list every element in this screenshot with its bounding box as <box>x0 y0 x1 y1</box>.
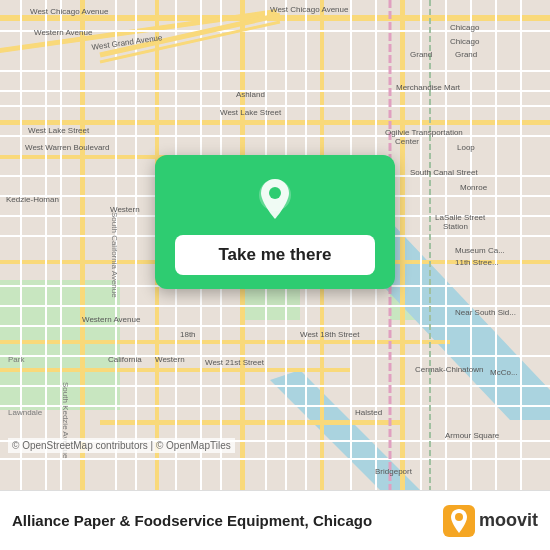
svg-rect-49 <box>420 0 422 490</box>
location-pin-icon <box>249 173 301 225</box>
svg-rect-30 <box>0 325 550 327</box>
svg-rect-52 <box>495 0 497 490</box>
svg-text:Center: Center <box>395 137 419 146</box>
svg-rect-29 <box>0 305 550 307</box>
svg-rect-37 <box>45 0 47 490</box>
svg-text:Museum Ca...: Museum Ca... <box>455 246 505 255</box>
moovit-text: moovit <box>479 510 538 531</box>
svg-rect-14 <box>80 0 85 490</box>
svg-text:Bridgeport: Bridgeport <box>375 467 413 476</box>
svg-text:18th: 18th <box>180 330 196 339</box>
svg-text:McCo...: McCo... <box>490 368 518 377</box>
svg-text:Armour Square: Armour Square <box>445 431 500 440</box>
svg-text:Halsted: Halsted <box>355 408 382 417</box>
svg-rect-35 <box>0 458 550 460</box>
svg-text:Western: Western <box>155 355 185 364</box>
svg-rect-33 <box>0 405 550 407</box>
svg-text:South Canal Street: South Canal Street <box>410 168 478 177</box>
svg-text:Monroe: Monroe <box>460 183 488 192</box>
svg-text:Park: Park <box>8 355 25 364</box>
svg-rect-51 <box>470 0 472 490</box>
svg-text:Ogilvie Transportation: Ogilvie Transportation <box>385 128 463 137</box>
svg-text:California: California <box>108 355 142 364</box>
svg-text:Kedzie-Homan: Kedzie-Homan <box>6 195 59 204</box>
svg-text:Cermak-Chinatown: Cermak-Chinatown <box>415 365 483 374</box>
svg-text:South California Avenue: South California Avenue <box>110 212 119 298</box>
svg-text:LaSalle Street: LaSalle Street <box>435 213 486 222</box>
svg-text:Western Avenue: Western Avenue <box>82 315 141 324</box>
take-me-there-button[interactable]: Take me there <box>175 235 375 275</box>
svg-point-101 <box>455 513 463 521</box>
svg-text:West 18th Street: West 18th Street <box>300 330 360 339</box>
svg-text:Grand: Grand <box>410 50 432 59</box>
svg-rect-18 <box>400 0 405 490</box>
svg-text:Chicago: Chicago <box>450 23 480 32</box>
bottom-bar: Alliance Paper & Foodservice Equipment, … <box>0 490 550 550</box>
svg-text:Loop: Loop <box>457 143 475 152</box>
svg-text:Western Avenue: Western Avenue <box>34 28 93 37</box>
svg-text:11th Stree...: 11th Stree... <box>455 258 499 267</box>
svg-rect-23 <box>0 135 550 137</box>
svg-rect-32 <box>0 385 550 387</box>
svg-rect-53 <box>520 0 522 490</box>
svg-rect-40 <box>135 0 137 490</box>
svg-text:Chicago: Chicago <box>450 37 480 46</box>
moovit-icon <box>443 505 475 537</box>
svg-rect-50 <box>445 0 447 490</box>
svg-text:Near South Sid...: Near South Sid... <box>455 308 516 317</box>
svg-rect-21 <box>0 90 550 92</box>
svg-text:West 21st Street: West 21st Street <box>205 358 265 367</box>
svg-point-99 <box>269 187 281 199</box>
svg-rect-13 <box>100 420 400 425</box>
popup-card: Take me there <box>155 155 395 289</box>
svg-text:Grand: Grand <box>455 50 477 59</box>
place-name: Alliance Paper & Foodservice Equipment, … <box>12 512 443 529</box>
svg-text:West Chicago Avenue: West Chicago Avenue <box>30 7 109 16</box>
svg-text:West Warren Boulevard: West Warren Boulevard <box>25 143 109 152</box>
svg-rect-11 <box>0 340 450 344</box>
svg-text:West Lake Street: West Lake Street <box>220 108 282 117</box>
moovit-logo: moovit <box>443 505 538 537</box>
svg-text:Ashland: Ashland <box>236 90 265 99</box>
svg-text:Western: Western <box>110 205 140 214</box>
svg-rect-31 <box>0 355 550 357</box>
svg-text:Station: Station <box>443 222 468 231</box>
svg-rect-20 <box>0 70 550 72</box>
svg-text:Merchandise Mart: Merchandise Mart <box>396 83 461 92</box>
map-container: West Chicago Avenue West Chicago Avenue … <box>0 0 550 490</box>
map-attribution: © OpenStreetMap contributors | © OpenMap… <box>8 438 235 453</box>
svg-text:Lawndale: Lawndale <box>8 408 43 417</box>
svg-rect-22 <box>0 105 550 107</box>
svg-text:West Chicago Avenue: West Chicago Avenue <box>270 5 349 14</box>
svg-text:West Lake Street: West Lake Street <box>28 126 90 135</box>
